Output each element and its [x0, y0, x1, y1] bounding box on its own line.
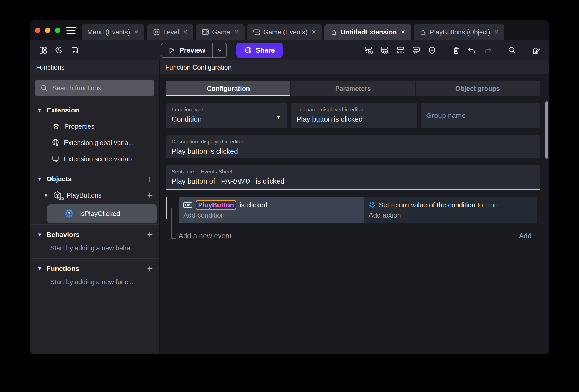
extension-edit-icon — [532, 46, 541, 55]
conditions-cell[interactable]: OK PlayButton is clicked Add condition — [179, 197, 364, 223]
close-icon[interactable]: × — [234, 28, 238, 36]
delete-button[interactable] — [450, 44, 462, 56]
add-more-button[interactable] — [426, 44, 438, 56]
close-icon[interactable]: × — [494, 28, 499, 36]
full-name-field[interactable]: Full name displayed in editor Play butto… — [291, 103, 417, 128]
close-icon[interactable]: × — [312, 28, 316, 36]
sentence-field[interactable]: Sentence in Events Sheet Play button of … — [166, 165, 540, 190]
tree-item-properties[interactable]: ⚙ Properties — [30, 118, 159, 135]
puzzle-icon — [419, 28, 427, 36]
search-button[interactable] — [506, 44, 518, 56]
tab-playbuttons-object[interactable]: PlayButtons (Object) × — [414, 24, 505, 40]
scene-icon — [153, 28, 160, 36]
close-window-button[interactable] — [35, 28, 40, 33]
full-name-value: Play button is clicked — [296, 115, 412, 123]
save-button[interactable] — [69, 44, 81, 56]
add-action-button[interactable]: Add action — [369, 211, 533, 219]
add-condition-button[interactable]: Add condition — [183, 211, 360, 219]
preview-options-button[interactable] — [212, 43, 226, 57]
function-type-value: Condition — [172, 115, 282, 123]
description-field[interactable]: Description, displayed in editor Play bu… — [166, 135, 540, 158]
chevron-down-icon[interactable]: ▾ — [37, 107, 43, 114]
close-icon[interactable]: × — [183, 28, 187, 36]
tree-divider — [30, 224, 159, 225]
toolbar-separator — [524, 45, 524, 56]
minimize-window-button[interactable] — [45, 28, 50, 33]
tab-menu-events[interactable]: Menu (Events) × — [82, 24, 144, 40]
tab-untitled-extension[interactable]: UntitledExtension × — [324, 24, 411, 40]
add-behavior-button[interactable]: + — [147, 230, 153, 240]
globe-variables-icon — [51, 138, 60, 147]
tab-label: PlayButtons (Object) — [430, 28, 490, 36]
tab-configuration[interactable]: Configuration — [166, 81, 290, 96]
redo-button[interactable] — [482, 44, 494, 56]
close-icon[interactable]: × — [134, 28, 139, 36]
scrollbar-thumb[interactable] — [545, 101, 548, 159]
redo-icon — [483, 46, 492, 55]
event-block-selected[interactable]: OK PlayButton is clicked Add condition ⚙… — [179, 197, 537, 223]
tab-level[interactable]: Level × — [147, 24, 193, 40]
scene-variables-icon — [51, 154, 60, 163]
chevron-down-icon[interactable]: ▾ — [43, 192, 49, 199]
condition-line[interactable]: OK PlayButton is clicked — [183, 200, 360, 210]
add-object-button[interactable]: + — [147, 174, 153, 184]
tab-game-events[interactable]: Game (Events) × — [247, 24, 322, 40]
dropdown-arrow-icon[interactable]: ▼ — [276, 114, 281, 120]
tree-item-extension-scene-variables[interactable]: Extension scene variab... — [30, 151, 159, 167]
share-button[interactable]: Share — [236, 43, 283, 58]
tree-section-objects[interactable]: ▾ Objects + — [30, 171, 159, 187]
add-subevent-button[interactable] — [379, 44, 391, 56]
search-functions-input[interactable] — [52, 84, 149, 92]
add-event-button[interactable] — [363, 44, 375, 56]
event-connector-line — [171, 208, 176, 239]
selected-event-marker — [166, 197, 167, 219]
tree-section-functions[interactable]: ▾ Functions + — [30, 260, 159, 277]
tree-item-isplayclicked-selected[interactable]: ⚙ ? IsPlayClicked — [47, 204, 157, 223]
add-new-event-button[interactable]: Add a new event — [179, 232, 231, 240]
tab-label: Object groups — [455, 85, 500, 92]
tab-parameters[interactable]: Parameters — [291, 81, 415, 96]
add-function-button[interactable]: + — [147, 264, 153, 274]
search-functions-box[interactable] — [35, 80, 154, 96]
share-label: Share — [256, 46, 275, 54]
events-sheet: OK PlayButton is clicked Add condition ⚙… — [179, 197, 537, 240]
main-header: Function Configuration — [160, 60, 549, 74]
add-other-event-button[interactable] — [394, 44, 407, 56]
add-object-function-button[interactable]: + — [147, 190, 153, 200]
actions-cell[interactable]: ⚙ Set return value of the condition to t… — [364, 197, 537, 223]
preview-label: Preview — [179, 46, 205, 54]
play-icon — [168, 47, 175, 54]
tab-game[interactable]: Game × — [196, 24, 244, 40]
save-icon — [70, 46, 79, 54]
field-label: Full name displayed in editor — [296, 107, 412, 113]
condition-object-chip[interactable]: PlayButton — [196, 200, 236, 210]
tree-section-behaviors[interactable]: ▾ Behaviors + — [30, 226, 159, 243]
chevron-down-icon[interactable]: ▾ — [37, 265, 43, 272]
zoom-window-button[interactable] — [55, 28, 60, 33]
close-icon[interactable]: × — [401, 28, 405, 36]
history-button[interactable] — [53, 44, 65, 56]
tab-label: UntitledExtension — [341, 28, 397, 36]
sidebar-title: Functions — [36, 64, 64, 71]
action-line[interactable]: ⚙ Set return value of the condition to t… — [369, 200, 533, 210]
description-value: Play button is clicked — [172, 147, 534, 156]
add-comment-button[interactable] — [410, 44, 422, 56]
group-name-field[interactable] — [421, 103, 540, 128]
tab-object-groups[interactable]: Object groups — [416, 81, 540, 96]
chevron-down-icon[interactable]: ▾ — [37, 231, 43, 238]
add-more-events-button[interactable]: Add... — [519, 232, 537, 240]
layout-panels-button[interactable] — [37, 44, 49, 56]
undo-button[interactable] — [466, 44, 478, 56]
tree-item-playbuttons[interactable]: ▾ 2D PlayButtons + — [30, 187, 159, 203]
tab-label: Game (Events) — [263, 28, 308, 36]
section-label: Objects — [47, 175, 143, 183]
chevron-down-icon[interactable]: ▾ — [37, 176, 43, 182]
tree-item-extension-global-variables[interactable]: Extension global varia... — [30, 135, 159, 151]
tree-section-extension[interactable]: ▾ Extension — [30, 102, 159, 118]
menu-hamburger-icon[interactable] — [66, 27, 76, 34]
preview-button[interactable]: Preview — [161, 46, 212, 54]
group-name-input[interactable] — [426, 112, 534, 120]
tree-item-label: Extension scene variab... — [64, 155, 153, 163]
edit-extension-button[interactable] — [530, 44, 542, 56]
function-type-field[interactable]: Function type Condition ▼ — [166, 103, 287, 128]
